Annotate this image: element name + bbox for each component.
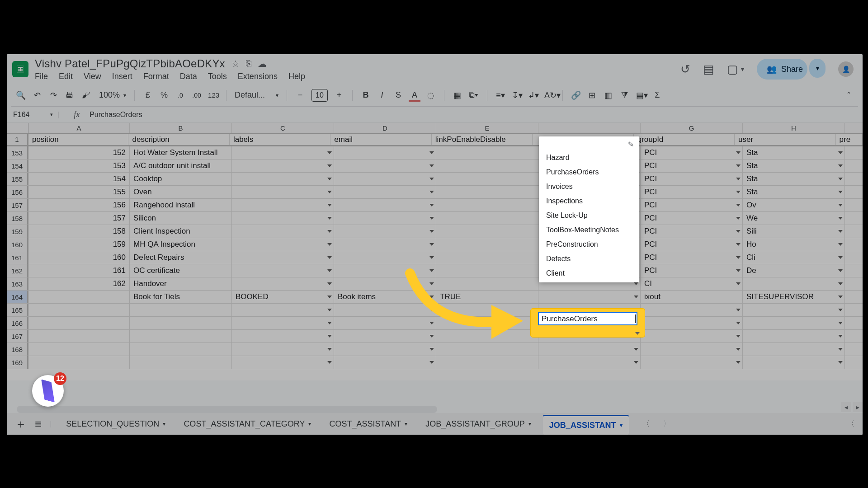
cloud-status-icon[interactable]: ☁ — [258, 58, 267, 69]
menu-edit[interactable]: Edit — [59, 72, 73, 81]
dropdown-caret-icon[interactable] — [736, 191, 741, 193]
dropdown-caret-icon[interactable] — [327, 191, 332, 193]
dropdown-caret-icon[interactable] — [327, 164, 332, 167]
chevron-down-icon[interactable]: ▾ — [405, 421, 407, 427]
col-header-hidden[interactable] — [538, 123, 641, 133]
dropdown-caret-icon[interactable] — [429, 164, 434, 167]
scroll-right-icon[interactable]: ▸ — [853, 402, 863, 412]
dropdown-caret-icon[interactable] — [429, 322, 434, 324]
dropdown-caret-icon[interactable] — [327, 256, 332, 259]
link-icon[interactable]: 🔗 — [571, 90, 581, 100]
cell[interactable] — [232, 356, 334, 369]
add-sheet-button[interactable]: ＋ — [15, 416, 27, 432]
cell[interactable] — [538, 291, 641, 303]
header-cell[interactable]: pre — [836, 134, 863, 145]
cell[interactable] — [436, 146, 538, 159]
dropdown-caret-icon[interactable] — [838, 151, 843, 154]
menu-format[interactable]: Format — [143, 72, 169, 81]
cell[interactable] — [232, 238, 334, 251]
comments-icon[interactable]: ▤ — [703, 62, 714, 76]
share-button[interactable]: 👥 Share — [757, 59, 807, 80]
cell[interactable]: Silicon — [130, 212, 232, 225]
cell[interactable]: Ho — [743, 238, 845, 251]
row-number[interactable]: 164 — [7, 291, 28, 303]
col-header[interactable]: C — [232, 123, 334, 133]
cell[interactable] — [28, 356, 130, 369]
dropdown-caret-icon[interactable] — [327, 269, 332, 272]
row-number[interactable]: 161 — [7, 251, 28, 264]
filter-views-icon[interactable]: ▤▾ — [636, 90, 646, 100]
dropdown-item[interactable]: Invoices — [539, 179, 639, 194]
percent-button[interactable]: % — [159, 90, 169, 100]
dropdown-caret-icon[interactable] — [736, 309, 741, 311]
dropdown-caret-icon[interactable] — [838, 230, 843, 233]
cell[interactable] — [334, 225, 436, 238]
undo-icon[interactable]: ↶ — [32, 90, 42, 100]
spreadsheet-grid[interactable]: A B C D E G H 1 position description lab… — [7, 123, 863, 380]
cell[interactable]: PCI — [641, 146, 743, 159]
history-icon[interactable]: ↺ — [680, 62, 690, 76]
dropdown-caret-icon[interactable] — [634, 282, 638, 285]
cell[interactable] — [641, 356, 743, 369]
sheet-tab[interactable]: COST_ASSISTANT▾ — [323, 415, 414, 433]
v-align-button[interactable]: ↧▾ — [512, 90, 522, 100]
dropdown-caret-icon[interactable] — [838, 191, 843, 193]
cell[interactable] — [232, 343, 334, 356]
cell[interactable] — [334, 251, 436, 264]
dropdown-caret-icon[interactable] — [838, 322, 843, 324]
cell[interactable]: PCI — [641, 212, 743, 225]
cell[interactable] — [436, 212, 538, 225]
menu-extensions[interactable]: Extensions — [238, 72, 278, 81]
cell[interactable] — [436, 160, 538, 172]
cell[interactable]: We — [743, 212, 845, 225]
header-cell[interactable]: position — [28, 134, 128, 145]
account-avatar[interactable]: 👤 — [838, 61, 854, 77]
dropdown-caret-icon[interactable] — [634, 348, 638, 351]
text-color-button[interactable]: A — [410, 90, 420, 100]
dropdown-caret-icon[interactable] — [429, 269, 434, 272]
cell[interactable]: Defect Repairs — [130, 251, 232, 264]
header-cell[interactable]: labels — [230, 134, 330, 145]
cell[interactable]: BOOKED — [232, 291, 334, 303]
cell[interactable] — [436, 277, 538, 290]
cell[interactable]: 161 — [28, 264, 130, 277]
cell[interactable]: 160 — [28, 251, 130, 264]
dropdown-item[interactable]: PurchaseOrders — [539, 165, 639, 179]
cell[interactable] — [743, 277, 845, 290]
dropdown-caret-icon[interactable] — [429, 282, 434, 285]
cell[interactable] — [436, 186, 538, 198]
cell[interactable]: PCI — [641, 186, 743, 198]
cell[interactable]: CI — [641, 277, 743, 290]
dropdown-caret-icon[interactable] — [838, 204, 843, 206]
cell[interactable]: 155 — [28, 186, 130, 198]
borders-button[interactable]: ▦ — [453, 90, 462, 100]
cell[interactable]: Client Inspection — [130, 225, 232, 238]
cell[interactable]: PCI — [641, 173, 743, 185]
cell[interactable]: Sili — [743, 225, 845, 238]
cell[interactable] — [538, 343, 641, 356]
cell[interactable]: PCI — [641, 225, 743, 238]
dropdown-item[interactable]: Defects — [539, 252, 639, 266]
cell[interactable]: Sta — [743, 173, 845, 185]
cell[interactable] — [232, 186, 334, 198]
cell[interactable]: SITESUPERVISOR — [743, 291, 845, 303]
cell[interactable] — [334, 277, 436, 290]
cell[interactable] — [334, 199, 436, 211]
col-header[interactable]: E — [436, 123, 538, 133]
dropdown-item[interactable]: ToolBox-MeetingNotes — [539, 223, 639, 237]
dropdown-caret-icon[interactable] — [736, 361, 741, 364]
select-all-corner[interactable] — [7, 123, 28, 133]
cell[interactable]: Sta — [743, 146, 845, 159]
dropdown-caret-icon[interactable] — [838, 335, 843, 338]
dropdown-caret-icon[interactable] — [736, 164, 741, 167]
cell[interactable] — [334, 212, 436, 225]
dropdown-caret-icon[interactable] — [838, 178, 843, 180]
cell[interactable]: PCI — [641, 160, 743, 172]
dropdown-caret-icon[interactable] — [327, 217, 332, 220]
tab-nav-right-icon[interactable]: 〉 — [663, 419, 670, 429]
cell[interactable] — [334, 146, 436, 159]
cell[interactable] — [28, 291, 130, 303]
dropdown-caret-icon[interactable] — [838, 243, 843, 246]
dropdown-caret-icon[interactable] — [634, 296, 638, 298]
cell[interactable]: 152 — [28, 146, 130, 159]
